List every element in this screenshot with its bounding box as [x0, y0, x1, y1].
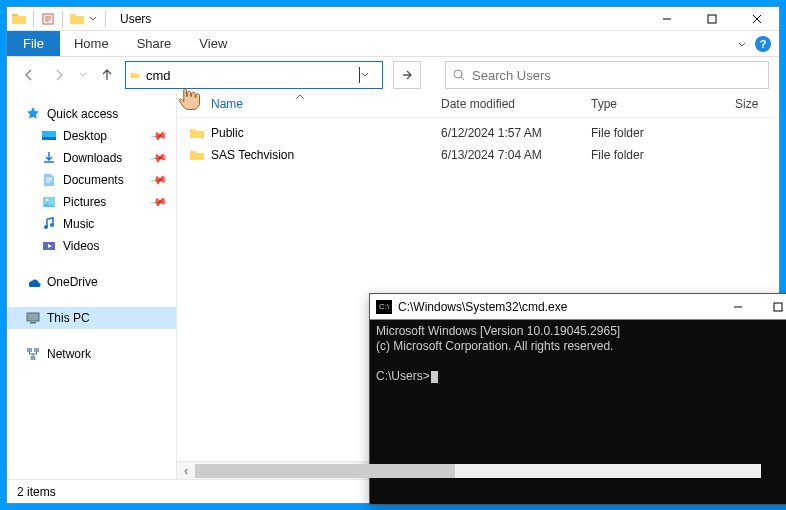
back-button[interactable] — [17, 63, 41, 87]
sidebar-item-videos[interactable]: Videos — [7, 235, 176, 257]
pictures-icon — [41, 194, 57, 210]
file-date: 6/12/2024 1:57 AM — [441, 126, 591, 140]
sidebar-item-label: Pictures — [63, 195, 106, 209]
tab-home[interactable]: Home — [60, 31, 123, 56]
pin-icon: 📌 — [150, 127, 169, 146]
svg-rect-14 — [31, 356, 36, 360]
svg-rect-4 — [42, 137, 56, 140]
column-name[interactable]: Name — [189, 97, 441, 111]
svg-rect-11 — [30, 322, 36, 324]
search-box[interactable] — [445, 61, 769, 89]
window-title: Users — [114, 12, 644, 26]
folder-icon — [11, 11, 27, 27]
address-bar[interactable] — [125, 61, 383, 89]
folder-icon — [189, 125, 211, 141]
documents-icon — [41, 172, 57, 188]
sidebar-item-desktop[interactable]: Desktop 📌 — [7, 125, 176, 147]
tab-share[interactable]: Share — [123, 31, 186, 56]
column-type[interactable]: Type — [591, 97, 735, 111]
sidebar-item-label: Desktop — [63, 129, 107, 143]
svg-rect-15 — [774, 303, 782, 311]
dropdown-icon[interactable] — [87, 11, 99, 27]
go-button[interactable] — [393, 61, 421, 89]
address-input[interactable] — [146, 68, 359, 83]
cmd-maximize-button[interactable] — [758, 294, 786, 320]
cmd-minimize-button[interactable] — [718, 294, 758, 320]
svg-rect-10 — [27, 313, 39, 321]
table-row[interactable]: Public 6/12/2024 1:57 AM File folder — [189, 122, 779, 144]
videos-icon — [41, 238, 57, 254]
ribbon-collapse-icon[interactable] — [737, 39, 747, 49]
column-size[interactable]: Size — [735, 97, 779, 111]
address-dropdown-icon[interactable] — [360, 70, 378, 80]
sidebar-item-network[interactable]: Network — [7, 343, 176, 365]
file-type: File folder — [591, 148, 735, 162]
sidebar-item-downloads[interactable]: Downloads 📌 — [7, 147, 176, 169]
quick-access-header[interactable]: Quick access — [7, 103, 176, 125]
desktop-icon — [41, 128, 57, 144]
sidebar-item-this-pc[interactable]: This PC — [7, 307, 176, 329]
forward-button[interactable] — [47, 63, 71, 87]
sidebar-item-label: Documents — [63, 173, 124, 187]
sidebar-item-onedrive[interactable]: OneDrive — [7, 271, 176, 293]
sidebar-item-label: Videos — [63, 239, 99, 253]
sidebar-item-label: OneDrive — [47, 275, 98, 289]
horizontal-scrollbar[interactable]: ‹ › — [177, 461, 779, 479]
folder-icon — [130, 67, 146, 83]
table-row[interactable]: SAS Techvision 6/13/2024 7:04 AM File fo… — [189, 144, 779, 166]
item-count: 2 items — [17, 485, 56, 499]
recent-dropdown-icon[interactable] — [77, 63, 89, 87]
svg-point-6 — [46, 199, 49, 202]
up-button[interactable] — [95, 63, 119, 87]
column-headers: Name Date modified Type Size — [177, 93, 779, 118]
sidebar-item-documents[interactable]: Documents 📌 — [7, 169, 176, 191]
ribbon-tabs: File Home Share View ? — [7, 31, 779, 57]
file-type: File folder — [591, 126, 735, 140]
help-icon[interactable]: ? — [755, 36, 771, 52]
pin-icon: 📌 — [150, 171, 169, 190]
close-button[interactable] — [734, 7, 779, 31]
music-icon — [41, 216, 57, 232]
cmd-icon: C:\ — [376, 300, 392, 314]
scroll-thumb[interactable] — [195, 464, 455, 478]
explorer-window: Users File Home Share View ? — [6, 6, 780, 504]
maximize-button[interactable] — [689, 7, 734, 31]
tab-view[interactable]: View — [185, 31, 241, 56]
network-icon — [25, 346, 41, 362]
svg-point-7 — [44, 225, 48, 229]
sidebar-item-label: Downloads — [63, 151, 122, 165]
column-label: Name — [189, 97, 243, 111]
sidebar-item-pictures[interactable]: Pictures 📌 — [7, 191, 176, 213]
minimize-button[interactable] — [644, 7, 689, 31]
file-date: 6/13/2024 7:04 AM — [441, 148, 591, 162]
quick-access-label: Quick access — [47, 107, 118, 121]
folder-icon — [189, 147, 211, 163]
cmd-output-line: (c) Microsoft Corporation. All rights re… — [376, 339, 786, 354]
quick-access-toolbar — [7, 11, 114, 27]
scroll-left-icon[interactable]: ‹ — [177, 464, 195, 478]
cmd-title-bar[interactable]: C:\ C:\Windows\System32\cmd.exe — [370, 294, 786, 320]
sidebar-item-music[interactable]: Music — [7, 213, 176, 235]
svg-point-8 — [50, 223, 54, 227]
file-tab[interactable]: File — [7, 31, 60, 56]
properties-icon[interactable] — [40, 11, 56, 27]
svg-rect-12 — [27, 348, 32, 352]
file-name: SAS Techvision — [211, 148, 441, 162]
cmd-prompt: C:\Users> — [376, 369, 430, 383]
star-icon — [25, 106, 41, 122]
sidebar-item-label: Music — [63, 217, 94, 231]
svg-point-2 — [454, 70, 462, 78]
pin-icon: 📌 — [150, 149, 169, 168]
cmd-output-line: Microsoft Windows [Version 10.0.19045.29… — [376, 324, 786, 339]
sidebar-item-label: Network — [47, 347, 91, 361]
search-input[interactable] — [472, 68, 762, 83]
search-icon — [452, 68, 466, 82]
column-date[interactable]: Date modified — [441, 97, 591, 111]
file-rows: Public 6/12/2024 1:57 AM File folder SAS… — [177, 118, 779, 166]
svg-rect-1 — [708, 15, 716, 23]
this-pc-icon — [25, 310, 41, 326]
downloads-icon — [41, 150, 57, 166]
sidebar-item-label: This PC — [47, 311, 90, 325]
folder-icon[interactable] — [69, 11, 85, 27]
title-bar: Users — [7, 7, 779, 31]
